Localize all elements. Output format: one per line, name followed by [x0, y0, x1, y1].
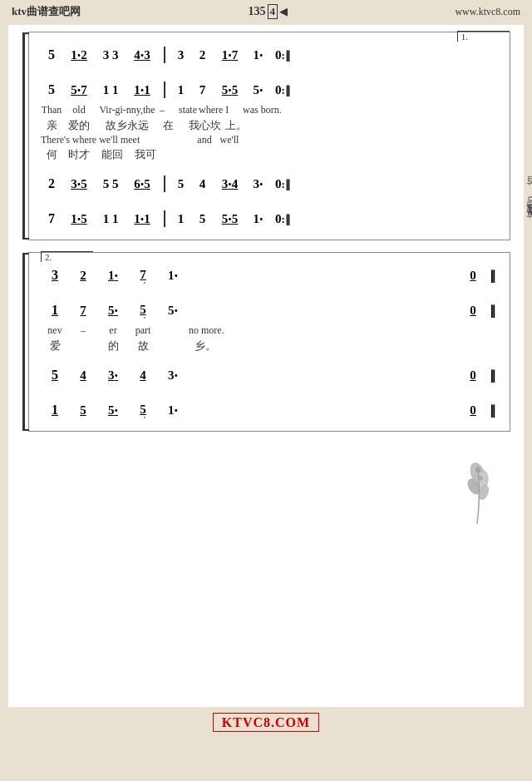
n-1d7-1: 1·7: [214, 48, 247, 62]
n-1d2-1: 1·2: [62, 48, 96, 62]
page-arrow: ◀: [279, 5, 288, 18]
s2-n2-5: 5̣: [129, 303, 157, 319]
s2-music-row-4: 1 5 5· 5̣ 1· 0 ‖: [41, 399, 501, 421]
page-num-box: 4: [268, 4, 278, 19]
site-left: ktv曲谱查吧网: [12, 4, 81, 19]
ly-state: state: [177, 104, 199, 116]
site-right: www.ktvc8.com: [455, 6, 520, 18]
s2-n4-0: 0: [461, 403, 485, 418]
s2-n2-7: 7: [69, 304, 97, 318]
s2-n2-0: 0: [461, 304, 485, 318]
s2-n4-5b: 5̣: [129, 403, 157, 418]
spacer2: [41, 163, 501, 170]
n-3d5-3: 3·5: [62, 177, 96, 191]
n-5-3: 5: [170, 177, 192, 191]
sidebar-label: 英文歌曲300首: [525, 191, 532, 226]
ly-than: Than: [41, 104, 62, 116]
lyrics-en1: Than old Vir-gi-nny,the – state where I …: [41, 104, 501, 116]
ly-virginia: Vir-gi-nny,the: [96, 104, 159, 116]
left-bracket-2: [22, 253, 29, 431]
music-row-1: 5 1·2 3 3 4·3 3 2 1·7 1· 0:‖: [41, 44, 501, 66]
lyrics-cn2: 何 时才 能回 我可: [41, 147, 501, 162]
s2-lyrics-cn: 爱 的 故 乡。: [41, 339, 501, 353]
s2-ly-no-more: no more.: [189, 324, 501, 337]
n-3-1: 3: [170, 48, 192, 62]
ly-cn-4: 在: [159, 118, 177, 133]
s2-cn-gu: 故: [129, 339, 157, 353]
s2-n3-4b: 4: [129, 368, 157, 383]
ly-cn2-4: 我可: [129, 147, 162, 162]
ly-theres: There's where we'll meet: [41, 134, 192, 146]
n-5-2: 5: [41, 82, 62, 97]
s2-n-7: 7̣: [129, 268, 157, 284]
s2-n3-5: 5: [41, 368, 69, 383]
s2-n2-5d2: 5·: [157, 304, 189, 318]
svg-point-4: [475, 467, 480, 472]
s2-n-2: 2: [69, 269, 97, 283]
n-0dbl-1: 0:‖: [270, 48, 297, 62]
ly-cn2-2: 时才: [62, 147, 96, 162]
bl2: [164, 82, 165, 98]
page-number-area: 135 4 ◀: [249, 4, 288, 19]
page-number: 135: [249, 5, 266, 18]
s2-n4-1d: 1·: [157, 403, 189, 418]
n-1d5-4: 1·5: [62, 212, 96, 226]
s2-n-3: 3: [41, 268, 69, 283]
lyrics-cn1: 亲 爱的 故乡永远 在 我心坎 上。: [41, 118, 501, 133]
n-0dbl-3: 0:‖: [270, 177, 297, 191]
spacer-s2-2: [41, 354, 501, 361]
ly-where: where I: [199, 104, 229, 116]
s2-music-row-3: 5 4 3· 4 3· 0 ‖: [41, 364, 501, 386]
ly-dash1: –: [159, 104, 165, 116]
n-2-3: 2: [41, 176, 62, 191]
bl1: [164, 47, 165, 63]
bl3: [164, 175, 165, 192]
n-7-2: 7: [192, 83, 214, 97]
spacer-s2-1: [41, 289, 501, 296]
s2-n2-5d: 5·: [97, 304, 129, 318]
music-row-3: 2 3·5 5 5 6·5 5 4 3·4 3· 0:‖: [41, 173, 501, 195]
s2-lyrics-en: nev – er part no more.: [41, 324, 501, 337]
n-5d5-4: 5·5: [214, 212, 247, 226]
s2-n4-1: 1: [41, 403, 69, 418]
ly-and: and: [192, 134, 217, 146]
ending-1-mark: 1.: [457, 31, 510, 42]
n-5d-2: 5·: [247, 83, 270, 97]
s2-ly-nev: nev: [41, 324, 69, 337]
s2-n-1d: 1·: [97, 269, 129, 283]
n-5-4: 5: [192, 212, 214, 226]
ly-cn-1: 亲: [41, 118, 62, 133]
ly-cn2-1: 何: [41, 147, 62, 162]
n-5d5-2: 5·5: [214, 83, 247, 97]
spacer1: [41, 69, 501, 76]
s2-cn-de: 的: [97, 339, 129, 353]
s2-n4-5d: 5·: [97, 403, 129, 418]
s2-cn-xiang: 乡。: [189, 339, 222, 353]
n-1d1-4: 1·1: [126, 212, 159, 226]
music-content: 1. 5 1·2 3 3 4·3 3 2 1·7 1· 0:‖ 5 5·7 1 …: [8, 25, 524, 707]
n-1-2: 1: [170, 83, 192, 97]
s2-ly-er: er: [97, 324, 129, 337]
ly-cn-2: 爱的: [62, 118, 96, 133]
s2-n-0-1: 0: [461, 269, 485, 283]
s2-ly-dash: –: [69, 324, 97, 337]
ly-cn-6: 上。: [221, 118, 251, 133]
n-5-1: 5: [41, 47, 62, 62]
music-row-2: 5 5·7 1 1 1·1 1 7 5·5 5· 0:‖: [41, 79, 501, 101]
n-55-3: 5 5: [96, 177, 126, 191]
decorative-element: [457, 457, 499, 532]
n-1-4: 1: [170, 212, 192, 226]
svg-point-5: [479, 477, 483, 481]
n-0dbl-4: 0:‖: [270, 212, 297, 226]
spacer3: [41, 198, 501, 205]
n-7-4: 7: [41, 211, 62, 226]
ly-well: we'll: [217, 134, 242, 146]
s2-dbl-3: ‖: [485, 368, 501, 383]
s2-ly-part: part: [129, 324, 157, 337]
s2-n3-0: 0: [461, 368, 485, 383]
header: ktv曲谱查吧网 135 4 ◀ www.ktvc8.com: [0, 0, 532, 22]
n-1d-1: 1·: [247, 48, 270, 62]
ly-cn2-3: 能回: [96, 147, 129, 162]
bl4: [164, 210, 165, 227]
ly-cn-3: 故乡永远: [96, 118, 159, 133]
